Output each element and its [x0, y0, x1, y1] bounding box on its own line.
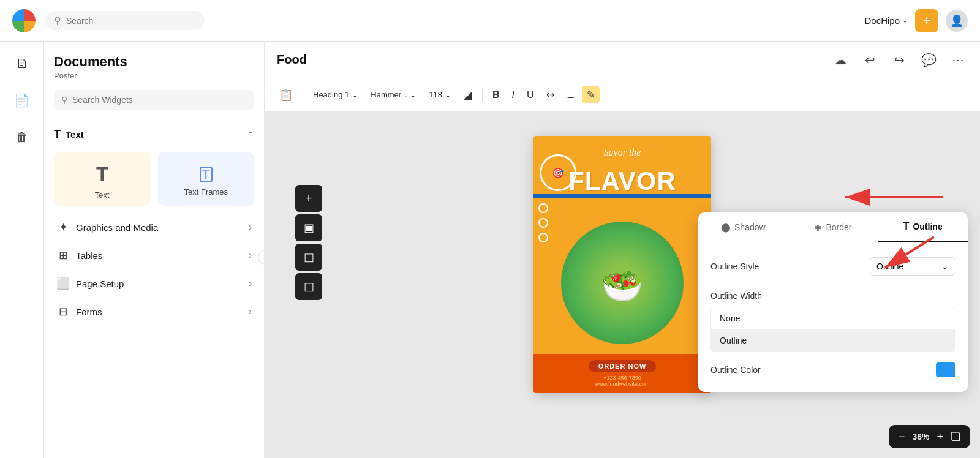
outline-tab-label: Outline: [913, 222, 942, 231]
tables-chevron-right-icon: ›: [249, 250, 252, 261]
clipboard-button[interactable]: 📋: [274, 86, 298, 104]
italic-button[interactable]: I: [507, 87, 519, 103]
shadow-tab-label: Shadow: [734, 222, 766, 232]
cloud-save-button[interactable]: ☁: [831, 50, 850, 70]
add-button[interactable]: +: [915, 9, 938, 32]
text-chevron-down-icon: ⌃: [247, 130, 254, 139]
popup-divider-2: [710, 355, 956, 355]
canvas-add-button[interactable]: +: [295, 185, 322, 212]
zoom-out-button[interactable]: −: [899, 430, 905, 443]
strip-icon-pages[interactable]: 📄: [10, 88, 34, 113]
highlight-button[interactable]: ✎: [582, 86, 600, 103]
poster-bottom: ORDER NOW +123-456-7890www.foodwebsite.c…: [533, 354, 711, 393]
pagesetup-chevron-right-icon: ›: [249, 278, 252, 289]
list-button[interactable]: ≣: [562, 86, 579, 103]
poster: 🎯 Savor the FLAVOR 🥗 ORDER NOW: [533, 136, 711, 393]
zoom-unit: %: [922, 432, 929, 441]
canvas-grid-button[interactable]: ◫: [295, 244, 322, 271]
text-style-chevron: ⌄: [352, 90, 358, 99]
outline-style-label: Outline Style: [710, 261, 759, 271]
font-label: Hammer...: [371, 90, 407, 99]
search-widgets[interactable]: ⚲: [54, 90, 254, 110]
border-tab[interactable]: ▦ Border: [788, 212, 878, 242]
avatar[interactable]: 👤: [946, 10, 968, 32]
text-cards: T Text T Text Frames: [54, 152, 254, 206]
canvas-tools: + ▣ ◫ ◫: [295, 185, 322, 300]
sidebar-item-forms[interactable]: ⊟ Forms ›: [54, 298, 254, 326]
outline-outline-option[interactable]: Outline: [711, 329, 955, 351]
sidebar-collapse-button[interactable]: ‹: [258, 250, 265, 265]
search-widgets-input[interactable]: [72, 95, 247, 105]
search-input[interactable]: [66, 16, 196, 26]
underline-button[interactable]: U: [522, 87, 539, 103]
order-now-button[interactable]: ORDER NOW: [589, 360, 657, 372]
comment-button[interactable]: 💬: [919, 50, 938, 70]
top-nav: ⚲ DocHipo ⌄ + 👤: [0, 0, 980, 42]
text-card-frames[interactable]: T Text Frames: [158, 152, 255, 206]
sidebar-item-graphics[interactable]: ✦ Graphics and Media ›: [54, 213, 254, 241]
fontsize-dropdown[interactable]: 118 ⌄: [424, 88, 456, 102]
sidebar-item-tables[interactable]: ⊞ Tables ›: [54, 241, 254, 269]
search-bar[interactable]: ⚲: [45, 11, 205, 30]
toolbar-top-right: ☁ ↩ ↪ 💬 ⋯: [831, 50, 968, 70]
sidebar-item-pagesetup[interactable]: ⬜ Page Setup ›: [54, 269, 254, 298]
outline-color-label: Outline Color: [710, 365, 761, 375]
tables-icon: ⊞: [56, 249, 70, 262]
format-toolbar: 📋 Heading 1 ⌄ Hammer... ⌄ 118 ⌄ ◢ B I U …: [265, 78, 980, 111]
text-section-header[interactable]: T Text ⌃: [54, 122, 254, 147]
mini-circle-1: [538, 203, 548, 213]
doc-toolbar: Food ☁ ↩ ↪ 💬 ⋯: [265, 42, 980, 78]
pagesetup-icon: ⬜: [56, 277, 70, 290]
sidebar-subtitle: Poster: [54, 71, 254, 80]
chevron-down-icon: ⌄: [902, 17, 908, 24]
border-tab-label: Border: [826, 222, 851, 232]
sidebar: Documents Poster ⚲ T Text ⌃ T Text T Tex…: [44, 42, 265, 458]
more-options-button[interactable]: ⋯: [948, 50, 968, 70]
text-frame-icon: T: [200, 167, 213, 182]
shadow-tab[interactable]: ⬤ Shadow: [698, 212, 788, 242]
nav-right: DocHipo ⌄ + 👤: [864, 9, 968, 32]
pagesetup-label: Page Setup: [76, 279, 124, 289]
align-button[interactable]: ⇔: [541, 86, 559, 103]
zoom-in-button[interactable]: +: [937, 430, 943, 443]
forms-label: Forms: [76, 307, 102, 317]
outline-none-option[interactable]: None: [711, 307, 955, 329]
fill-color-button[interactable]: ◢: [459, 86, 477, 104]
font-chevron: ⌄: [410, 90, 417, 99]
bold-button[interactable]: B: [488, 87, 505, 103]
mini-circle-2: [538, 218, 548, 228]
sidebar-title: Documents: [54, 54, 254, 70]
canvas-copy-button[interactable]: ▣: [295, 214, 322, 241]
canvas-qr-button[interactable]: ◫: [295, 273, 322, 300]
logo[interactable]: [12, 9, 36, 32]
text-card-plain[interactable]: T Text: [54, 152, 151, 206]
fullscreen-button[interactable]: ❏: [951, 430, 960, 443]
text-frames-label: Text Frames: [184, 187, 228, 197]
red-arrow-outline: [873, 231, 946, 280]
zoom-bar: − 36% + ❏: [889, 425, 970, 448]
undo-button[interactable]: ↩: [860, 50, 880, 70]
text-plain-icon: T: [96, 163, 108, 186]
outline-color-swatch[interactable]: [936, 362, 956, 377]
app-name-label: DocHipo: [864, 15, 900, 26]
nav-left: ⚲: [12, 9, 205, 32]
canvas-area: Food ☁ ↩ ↪ 💬 ⋯ 📋 Heading 1 ⌄ Hammer... ⌄: [265, 42, 980, 458]
poster-blue-bar: [533, 194, 711, 198]
font-dropdown[interactable]: Hammer... ⌄: [366, 88, 421, 102]
fontsize-label: 118: [429, 90, 442, 99]
doc-title: Food: [277, 53, 307, 67]
zoom-level: 36%: [912, 432, 929, 441]
text-style-dropdown[interactable]: Heading 1 ⌄: [308, 88, 363, 102]
text-section-icon: T: [54, 128, 61, 141]
forms-icon: ⊟: [56, 305, 70, 318]
icon-strip: 🖹 📄 🗑: [0, 42, 44, 458]
graphics-label: Graphics and Media: [76, 222, 158, 233]
outline-width-options: None Outline: [710, 307, 956, 352]
app-name[interactable]: DocHipo ⌄: [864, 15, 908, 26]
poster-heading-text: FLAVOR: [568, 167, 676, 195]
poster-food-image: 🥗: [561, 222, 684, 344]
strip-icon-documents[interactable]: 🖹: [10, 51, 34, 76]
redo-button[interactable]: ↪: [889, 50, 909, 70]
strip-icon-trash[interactable]: 🗑: [10, 125, 34, 149]
outline-width-label: Outline Width: [710, 291, 762, 301]
